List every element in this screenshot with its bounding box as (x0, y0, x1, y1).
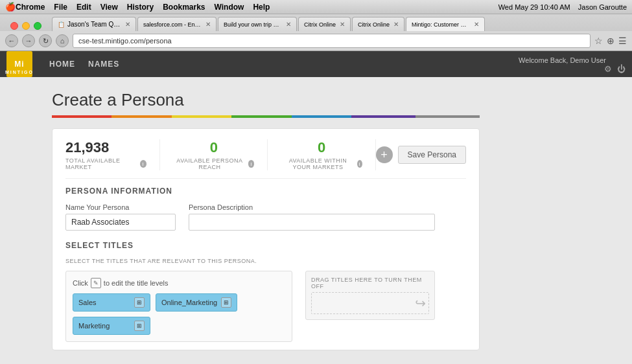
persona-name-input[interactable] (65, 214, 176, 231)
select-titles-title: SELECT TITLES (65, 241, 466, 250)
title-tag-marketing[interactable]: Marketing ⊞ (73, 317, 150, 335)
tab-0[interactable]: 📋 Jason's Team Q2 2013 Mi... ✕ (52, 17, 136, 31)
refresh-button[interactable]: ↻ (39, 34, 52, 47)
rainbow-divider (52, 115, 480, 118)
bookmark-icon[interactable]: ⊕ (607, 36, 614, 46)
menu-history[interactable]: History (127, 3, 154, 12)
back-button[interactable]: ← (5, 34, 18, 47)
menu-bookmarks[interactable]: Bookmarks (163, 3, 205, 12)
save-btn-area: + Save Persona (376, 146, 466, 164)
name-field-group: Name Your Persona (65, 203, 176, 231)
menu-view[interactable]: View (100, 3, 118, 12)
titles-left-panel: Click ✎ to edit the title levels Sales ⊞… (65, 271, 292, 342)
menu-help[interactable]: Help (253, 3, 270, 12)
add-icon[interactable]: + (376, 146, 393, 163)
stat-reach-value: 0 (173, 139, 254, 156)
power-icon[interactable]: ⏻ (617, 64, 626, 74)
tab-bar: 📋 Jason's Team Q2 2013 Mi... ✕ salesforc… (52, 17, 627, 31)
stat-within-markets: 0 AVAILABLE WITHIN YOUR MARKETS i (268, 139, 375, 170)
titles-box: Click ✎ to edit the title levels Sales ⊞… (65, 271, 292, 342)
page-title: Create a Persona (52, 90, 580, 115)
tab-5[interactable]: Mintigo: Customer Search... ✕ (406, 17, 485, 31)
address-input[interactable]: cse-test.mintigo.com/persona (73, 34, 591, 48)
title-tags: Sales ⊞ Online_Marketing ⊞ Marketing ⊞ (73, 293, 285, 335)
stats-card: 21,938 TOTAL AVAILABLE MARKET i 0 AVAILA… (52, 128, 480, 350)
menu-edit[interactable]: Edit (76, 3, 91, 12)
main-content: Create a Persona 21,938 TOTAL AVAILABLE … (0, 77, 632, 363)
home-button[interactable]: ⌂ (56, 34, 69, 47)
tab-1[interactable]: salesforce.com - Enterp... ✕ (137, 17, 217, 31)
save-persona-button[interactable]: Save Persona (398, 146, 466, 164)
system-time: Wed May 29 10:40 AM (498, 3, 570, 11)
description-field-group: Persona Description (189, 203, 435, 231)
tag-expand-icon-3[interactable]: ⊞ (134, 321, 145, 331)
mac-topbar: 🍎 Chrome File Edit View History Bookmark… (0, 0, 632, 14)
menu-window[interactable]: Window (215, 3, 244, 12)
persona-form-row: Name Your Persona Persona Description (65, 203, 466, 231)
persona-info-section: PERSONA INFORMATION Name Your Persona Pe… (65, 187, 466, 231)
total-info-icon[interactable]: i (140, 160, 146, 168)
persona-description-input[interactable] (189, 214, 435, 231)
stat-total-label: TOTAL AVAILABLE MARKET i (65, 157, 146, 170)
stat-total-value: 21,938 (65, 139, 146, 156)
apple-icon[interactable]: 🍎 (5, 2, 16, 12)
title-tag-sales[interactable]: Sales ⊞ (73, 293, 150, 312)
system-user: Jason Garoutte (578, 3, 627, 11)
star-icon[interactable]: ☆ (594, 36, 603, 46)
menu-file[interactable]: File (54, 3, 67, 12)
address-text: cse-test.mintigo.com/persona (78, 37, 172, 45)
stat-markets-label: AVAILABLE WITHIN YOUR MARKETS i (281, 157, 362, 170)
tab-close-4[interactable]: ✕ (393, 21, 399, 28)
persona-info-title: PERSONA INFORMATION (65, 187, 466, 196)
stat-total-market: 21,938 TOTAL AVAILABLE MARKET i (65, 139, 160, 170)
gear-icon[interactable]: ⚙ (604, 64, 612, 74)
nav-home[interactable]: HOME (49, 57, 75, 71)
close-button[interactable] (10, 22, 18, 30)
titles-right-panel: DRAG TITLES HERE TO TURN THEM OFF ↩ (305, 271, 435, 342)
tab-3[interactable]: Citrix Online ✕ (298, 17, 351, 31)
select-titles-section: SELECT TITLES SELECT THE TITLES THAT ARE… (65, 241, 466, 342)
address-bar-row: ← → ↻ ⌂ cse-test.mintigo.com/persona ☆ ⊕… (0, 31, 632, 51)
minimize-button[interactable] (22, 22, 30, 30)
tab-close-1[interactable]: ✕ (205, 21, 211, 28)
browser-toolbar: ☆ ⊕ ☰ (594, 36, 627, 46)
stat-persona-reach: 0 AVAILABLE PERSONA REACH i (160, 139, 268, 170)
stats-row: 21,938 TOTAL AVAILABLE MARKET i 0 AVAILA… (65, 139, 466, 170)
tab-2[interactable]: Build your own trip – San... ✕ (218, 17, 297, 31)
tab-close-5[interactable]: ✕ (474, 21, 479, 28)
site-header: Mi MINTIGO HOME NAMES Welcome Back, Demo… (0, 51, 632, 77)
edit-icon[interactable]: ✎ (91, 278, 101, 288)
logo-main: Mi (14, 60, 24, 68)
menu-bar: Chrome File Edit View History Bookmarks … (16, 3, 270, 12)
site-nav: HOME NAMES (49, 57, 119, 71)
drop-zone[interactable]: DRAG TITLES HERE TO TURN THEM OFF ↩ (305, 271, 435, 320)
select-titles-subtitle: SELECT THE TITLES THAT ARE RELEVANT TO T… (65, 258, 466, 264)
undo-icon: ↩ (415, 295, 426, 311)
site-logo[interactable]: Mi MINTIGO (6, 51, 32, 77)
description-label: Persona Description (189, 203, 435, 211)
nav-names[interactable]: NAMES (88, 57, 119, 71)
reach-info-icon[interactable]: i (248, 160, 255, 168)
tag-expand-icon-2[interactable]: ⊞ (221, 297, 231, 308)
drop-zone-label: DRAG TITLES HERE TO TURN THEM OFF (306, 271, 434, 292)
tag-expand-icon[interactable]: ⊞ (134, 297, 145, 308)
header-icons: ⚙ ⏻ (604, 64, 626, 74)
tab-close-0[interactable]: ✕ (125, 21, 130, 28)
edit-hint: Click ✎ to edit the title levels (73, 278, 285, 288)
forward-button[interactable]: → (22, 34, 35, 47)
stat-markets-value: 0 (281, 139, 362, 156)
markets-info-icon[interactable]: i (357, 160, 362, 168)
tab-close-3[interactable]: ✕ (340, 21, 345, 28)
welcome-text: Welcome Back, Demo User (519, 56, 606, 64)
title-tag-online-marketing[interactable]: Online_Marketing ⊞ (156, 293, 237, 312)
menu-chrome[interactable]: Chrome (16, 3, 45, 12)
titles-area: Click ✎ to edit the title levels Sales ⊞… (65, 271, 466, 342)
settings-icon[interactable]: ☰ (618, 36, 627, 46)
drop-zone-area[interactable]: ↩ (311, 292, 429, 314)
tab-close-2[interactable]: ✕ (286, 21, 291, 28)
card-divider (65, 178, 466, 179)
maximize-button[interactable] (34, 22, 41, 30)
name-label: Name Your Persona (65, 203, 176, 211)
browser-chrome: 📋 Jason's Team Q2 2013 Mi... ✕ salesforc… (0, 14, 632, 51)
tab-4[interactable]: Citrix Online ✕ (352, 17, 404, 31)
